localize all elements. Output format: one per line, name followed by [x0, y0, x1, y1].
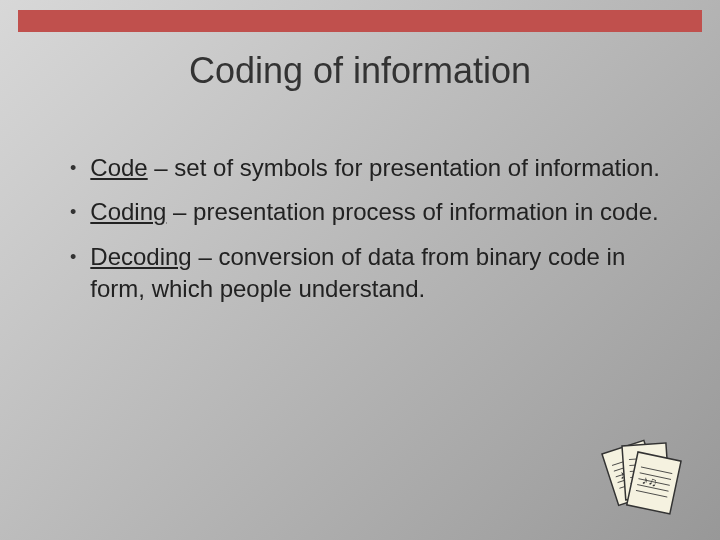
slide-title: Coding of information	[0, 50, 720, 92]
bullet-text: Coding – presentation process of informa…	[90, 196, 660, 228]
term: Code	[90, 154, 147, 181]
accent-bar	[18, 10, 702, 32]
list-item: • Decoding – conversion of data from bin…	[70, 241, 660, 306]
definition: – presentation process of information in…	[166, 198, 658, 225]
term: Decoding	[90, 243, 191, 270]
bullet-list: • Code – set of symbols for presentation…	[70, 152, 660, 306]
list-item: • Code – set of symbols for presentation…	[70, 152, 660, 184]
music-sheets-icon: ♪♫ ♪♫ ♪♫	[594, 436, 684, 516]
bullet-text: Code – set of symbols for presentation o…	[90, 152, 660, 184]
bullet-icon: •	[70, 196, 76, 228]
bullet-text: Decoding – conversion of data from binar…	[90, 241, 660, 306]
definition: – set of symbols for presentation of inf…	[148, 154, 660, 181]
term: Coding	[90, 198, 166, 225]
bullet-icon: •	[70, 241, 76, 273]
bullet-icon: •	[70, 152, 76, 184]
list-item: • Coding – presentation process of infor…	[70, 196, 660, 228]
